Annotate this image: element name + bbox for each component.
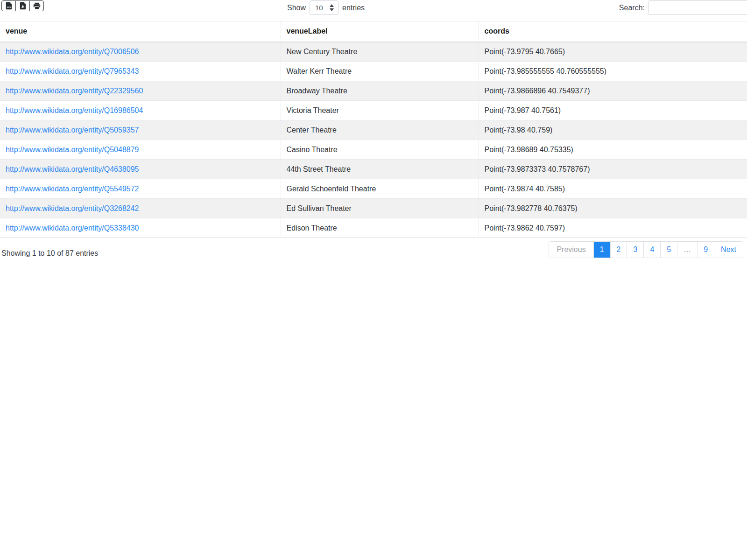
venue-link[interactable]: http://www.wikidata.org/entity/Q22329560 xyxy=(6,87,143,95)
coords-cell: Point(-73.9862 40.7597) xyxy=(479,218,747,238)
header-row: venue venueLabel coords xyxy=(0,21,747,42)
pagination-page-1[interactable]: 1 xyxy=(593,242,610,258)
venue-label-cell: 44th Street Theatre xyxy=(281,160,479,179)
venue-cell: http://www.wikidata.org/entity/Q3268242 xyxy=(0,199,281,218)
entries-label: entries xyxy=(342,4,365,12)
results-table: venue venueLabel coords http://www.wikid… xyxy=(0,21,747,238)
pagination-page-3[interactable]: 3 xyxy=(627,242,643,258)
column-header-coords[interactable]: coords xyxy=(479,21,747,42)
page-length-control: Show 10 entries xyxy=(287,0,365,15)
pdf-export-button[interactable] xyxy=(15,0,30,11)
venue-label-cell: Ed Sullivan Theater xyxy=(281,199,479,218)
table-row: http://www.wikidata.org/entity/Q5059357 … xyxy=(0,120,747,140)
venue-label-cell: Edison Theatre xyxy=(281,218,479,238)
file-csv-icon: csv xyxy=(6,2,12,10)
pagination-page-9[interactable]: 9 xyxy=(697,242,714,258)
column-header-venue[interactable]: venue xyxy=(0,21,281,42)
pagination-previous-button[interactable]: Previous xyxy=(549,242,593,258)
search-control: Search: xyxy=(619,0,747,15)
table-row: http://www.wikidata.org/entity/Q16986504… xyxy=(0,101,747,120)
pagination-next-button[interactable]: Next xyxy=(714,242,743,258)
file-pdf-icon xyxy=(20,2,26,10)
table-row: http://www.wikidata.org/entity/Q5549572 … xyxy=(0,179,747,199)
pagination-ellipsis: … xyxy=(677,242,697,258)
search-label: Search: xyxy=(619,4,645,12)
pagination-page-2[interactable]: 2 xyxy=(610,242,627,258)
pagination-page-5[interactable]: 5 xyxy=(660,242,677,258)
pagination-page-4[interactable]: 4 xyxy=(643,242,660,258)
venue-link[interactable]: http://www.wikidata.org/entity/Q5549572 xyxy=(6,185,139,193)
coords-cell: Point(-73.9866896 40.7549377) xyxy=(479,81,747,101)
venue-label-cell: Broadway Theatre xyxy=(281,81,479,101)
venue-cell: http://www.wikidata.org/entity/Q5338430 xyxy=(0,218,281,238)
show-label: Show xyxy=(287,4,306,12)
venue-label-cell: Casino Theatre xyxy=(281,140,479,160)
venue-link[interactable]: http://www.wikidata.org/entity/Q7006506 xyxy=(6,48,139,56)
column-header-venuelabel[interactable]: venueLabel xyxy=(281,21,479,42)
svg-text:csv: csv xyxy=(7,6,11,8)
coords-cell: Point(-73.985555555 40.760555555) xyxy=(479,62,747,81)
venue-link[interactable]: http://www.wikidata.org/entity/Q5059357 xyxy=(6,126,139,134)
venue-cell: http://www.wikidata.org/entity/Q5549572 xyxy=(0,179,281,199)
venue-label-cell: Gerald Schoenfeld Theatre xyxy=(281,179,479,199)
datatable-page: csv xyxy=(0,0,747,272)
table-row: http://www.wikidata.org/entity/Q5338430 … xyxy=(0,218,747,238)
venue-cell: http://www.wikidata.org/entity/Q7006506 xyxy=(0,42,281,62)
table-footer: Showing 1 to 10 of 87 entries Previous 1… xyxy=(0,238,747,272)
coords-cell: Point(-73.9874 40.7585) xyxy=(479,179,747,199)
coords-cell: Point(-73.987 40.7561) xyxy=(479,101,747,120)
venue-cell: http://www.wikidata.org/entity/Q5048879 xyxy=(0,140,281,160)
search-input[interactable] xyxy=(648,0,747,15)
venue-cell: http://www.wikidata.org/entity/Q5059357 xyxy=(0,120,281,140)
venue-link[interactable]: http://www.wikidata.org/entity/Q5338430 xyxy=(6,224,139,232)
export-button-group: csv xyxy=(1,0,44,11)
table-row: http://www.wikidata.org/entity/Q7006506 … xyxy=(0,42,747,62)
entries-info: Showing 1 to 10 of 87 entries xyxy=(1,249,98,258)
venue-label-cell: New Century Theatre xyxy=(281,42,479,62)
venue-link[interactable]: http://www.wikidata.org/entity/Q16986504 xyxy=(6,106,143,114)
venue-label-cell: Victoria Theater xyxy=(281,101,479,120)
venue-label-cell: Walter Kerr Theatre xyxy=(281,62,479,81)
venue-cell: http://www.wikidata.org/entity/Q4638095 xyxy=(0,160,281,179)
coords-cell: Point(-73.9795 40.7665) xyxy=(479,42,747,62)
print-button[interactable] xyxy=(29,0,44,11)
table-row: http://www.wikidata.org/entity/Q22329560… xyxy=(0,81,747,101)
venue-cell: http://www.wikidata.org/entity/Q7965343 xyxy=(0,62,281,81)
table-toolbar: csv xyxy=(0,0,747,21)
venue-cell: http://www.wikidata.org/entity/Q22329560 xyxy=(0,81,281,101)
page-length-select[interactable]: 10 xyxy=(310,0,338,15)
pagination: Previous 1 2 3 4 5 … 9 Next xyxy=(549,241,743,258)
venue-cell: http://www.wikidata.org/entity/Q16986504 xyxy=(0,101,281,120)
coords-cell: Point(-73.9873373 40.7578767) xyxy=(479,160,747,179)
coords-cell: Point(-73.982778 40.76375) xyxy=(479,199,747,218)
table-row: http://www.wikidata.org/entity/Q4638095 … xyxy=(0,160,747,179)
venue-link[interactable]: http://www.wikidata.org/entity/Q5048879 xyxy=(6,146,139,154)
table-row: http://www.wikidata.org/entity/Q7965343 … xyxy=(0,62,747,81)
venue-label-cell: Center Theatre xyxy=(281,120,479,140)
print-icon xyxy=(33,2,41,10)
coords-cell: Point(-73.98689 40.75335) xyxy=(479,140,747,160)
venue-link[interactable]: http://www.wikidata.org/entity/Q7965343 xyxy=(6,67,139,75)
coords-cell: Point(-73.98 40.759) xyxy=(479,120,747,140)
table-row: http://www.wikidata.org/entity/Q3268242 … xyxy=(0,199,747,218)
venue-link[interactable]: http://www.wikidata.org/entity/Q3268242 xyxy=(6,204,139,212)
venue-link[interactable]: http://www.wikidata.org/entity/Q4638095 xyxy=(6,165,139,173)
csv-export-button[interactable]: csv xyxy=(1,0,16,11)
table-row: http://www.wikidata.org/entity/Q5048879 … xyxy=(0,140,747,160)
